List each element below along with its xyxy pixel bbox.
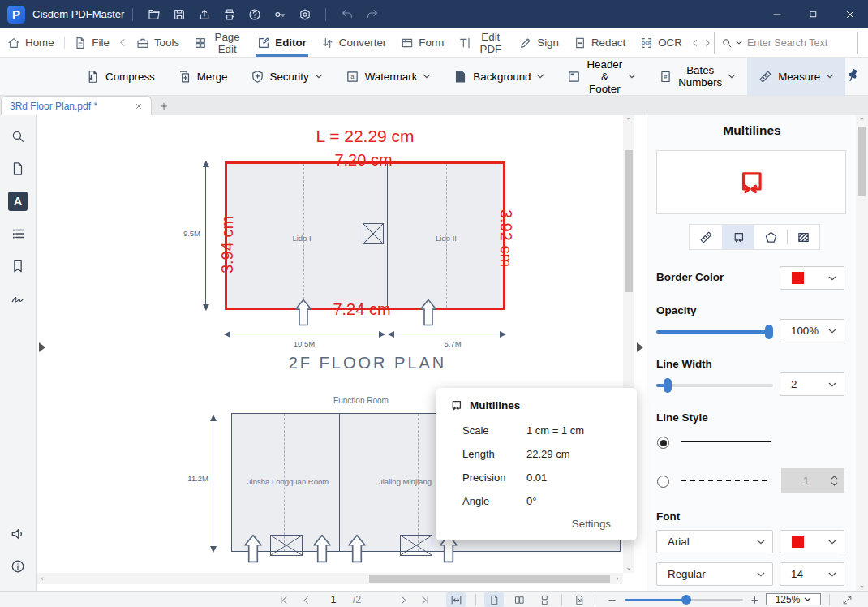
tab-edit-pdf[interactable]: Edit PDF	[451, 28, 512, 57]
ribbon-scroll-left-icon[interactable]	[690, 33, 702, 53]
settings-gear-icon[interactable]	[292, 2, 317, 27]
tab-ocr[interactable]: OCR	[633, 28, 690, 57]
line-width-slider[interactable]	[656, 378, 773, 393]
ribbon-scroll-right-icon[interactable]	[702, 33, 714, 53]
sidebar-annotations-icon[interactable]: A	[8, 192, 28, 211]
spinner-up-icon[interactable]	[831, 476, 838, 480]
zoom-level-dropdown[interactable]: 125%	[766, 593, 821, 605]
tab-page-edit[interactable]: Page Edit	[187, 28, 250, 57]
document-tab[interactable]: 3Rd Floor Plan.pdf *	[1, 96, 152, 115]
font-family-dropdown[interactable]: Arial	[656, 530, 773, 553]
dashed-line-radio[interactable]	[657, 476, 669, 488]
read-aloud-icon[interactable]	[6, 523, 29, 545]
tab-editor[interactable]: Editor	[250, 28, 314, 57]
bates-numbers-button[interactable]: Bates Numbers	[647, 58, 747, 95]
horizontal-scrollbar[interactable]: ‹ ›	[37, 573, 623, 584]
next-page-icon[interactable]	[394, 592, 412, 607]
vertical-scroll-thumb[interactable]	[625, 150, 633, 292]
compress-button[interactable]: Compress	[75, 58, 166, 95]
tab-redact[interactable]: Redact	[566, 28, 633, 57]
facing-pages-view-icon[interactable]	[509, 592, 529, 607]
tab-home[interactable]: Home	[0, 28, 62, 57]
search-dropdown-icon[interactable]	[736, 41, 742, 45]
font-size-dropdown[interactable]: 14	[780, 562, 844, 586]
last-page-icon[interactable]	[416, 592, 434, 607]
distance-tool-icon[interactable]	[690, 225, 722, 249]
font-color-dropdown[interactable]	[780, 530, 844, 553]
dash-gap-spinner[interactable]: 1	[781, 468, 844, 493]
panel-scrollbar[interactable]: ⌃ ⌄	[856, 115, 868, 591]
close-button[interactable]	[831, 0, 868, 28]
help-icon[interactable]	[242, 2, 267, 27]
sidebar-signature-icon[interactable]	[6, 287, 29, 310]
sidebar-search-icon[interactable]	[6, 125, 29, 148]
tab-file[interactable]: File	[67, 28, 116, 57]
info-icon[interactable]	[6, 555, 29, 578]
minimize-button[interactable]	[758, 0, 795, 28]
scroll-up-icon[interactable]: ⌃	[623, 115, 634, 127]
tab-converter[interactable]: Converter	[314, 28, 394, 57]
spinner-down-icon[interactable]	[831, 482, 838, 486]
scroll-down-icon[interactable]: ⌄	[623, 562, 634, 573]
scroll-down-icon[interactable]: ⌄	[856, 579, 868, 591]
maximize-button[interactable]	[795, 0, 831, 28]
single-page-view-icon[interactable]	[484, 592, 504, 607]
measure-button[interactable]: Measure	[747, 58, 845, 95]
redo-icon[interactable]	[359, 2, 385, 27]
solid-line-radio[interactable]	[657, 437, 669, 449]
share-icon[interactable]	[191, 2, 217, 27]
header-footer-button[interactable]: Header & Footer	[556, 58, 647, 95]
license-key-icon[interactable]	[267, 2, 292, 27]
tab-sign[interactable]: Sign	[512, 28, 566, 57]
sidebar-list-icon[interactable]	[6, 222, 29, 245]
tab-tools[interactable]: Tools	[129, 28, 187, 57]
measure-bottom[interactable]: 7.24 cm	[303, 300, 421, 319]
undo-icon[interactable]	[334, 2, 359, 27]
print-icon[interactable]	[217, 2, 242, 27]
font-style-dropdown[interactable]: Regular	[656, 562, 773, 586]
rotate-page-icon[interactable]	[569, 592, 589, 607]
fullscreen-icon[interactable]	[837, 592, 857, 607]
scroll-up-icon[interactable]: ⌃	[856, 115, 868, 127]
panel-scroll-thumb[interactable]	[858, 127, 866, 196]
fit-width-icon[interactable]	[446, 592, 466, 607]
sidebar-thumbnails-icon[interactable]	[6, 157, 29, 180]
background-button[interactable]: Background	[442, 58, 556, 95]
sidebar-collapse-arrow[interactable]	[39, 342, 45, 352]
page-number-input[interactable]: 1	[324, 592, 342, 607]
search-input[interactable]	[746, 37, 851, 50]
measure-total-label[interactable]: L = 22.29 cm	[247, 127, 483, 146]
opacity-slider[interactable]	[656, 325, 773, 339]
new-tab-icon[interactable]	[152, 97, 176, 115]
horizontal-scroll-thumb[interactable]	[369, 575, 610, 583]
zoom-in-icon[interactable]	[746, 592, 763, 607]
line-width-dropdown[interactable]: 2	[780, 372, 844, 396]
panel-collapse-arrow[interactable]	[637, 342, 643, 352]
tab-form[interactable]: Form	[393, 28, 451, 57]
previous-page-icon[interactable]	[297, 592, 315, 607]
open-file-icon[interactable]	[141, 2, 166, 27]
measure-top[interactable]: 7.20 cm	[304, 151, 423, 170]
ribbon-scroll-left-icon[interactable]	[117, 33, 129, 53]
pin-toolbar-icon[interactable]	[845, 68, 860, 85]
scroll-right-icon[interactable]: ›	[612, 573, 623, 584]
scroll-view-icon[interactable]	[535, 592, 554, 607]
measure-right[interactable]: 3.92 cm	[496, 202, 515, 275]
save-icon[interactable]	[166, 2, 191, 27]
zoom-out-icon[interactable]	[604, 592, 620, 607]
measure-left[interactable]: 3.94 cm	[218, 209, 237, 282]
area-tool-icon[interactable]	[787, 225, 819, 249]
merge-button[interactable]: Merge	[166, 58, 239, 95]
sidebar-bookmark-icon[interactable]	[6, 255, 29, 278]
multilines-tool-icon[interactable]	[722, 225, 754, 249]
scroll-left-icon[interactable]: ‹	[37, 573, 48, 584]
first-page-icon[interactable]	[274, 592, 292, 607]
security-button[interactable]: Security	[239, 58, 334, 95]
tab-close-icon[interactable]	[135, 102, 143, 110]
watermark-button[interactable]: Watermark	[334, 58, 443, 95]
opacity-dropdown[interactable]: 100%	[780, 319, 844, 342]
polygon-tool-icon[interactable]	[754, 225, 787, 249]
zoom-slider-thumb[interactable]	[681, 595, 691, 605]
border-color-dropdown[interactable]	[780, 266, 844, 290]
settings-link[interactable]: Settings	[572, 518, 611, 530]
